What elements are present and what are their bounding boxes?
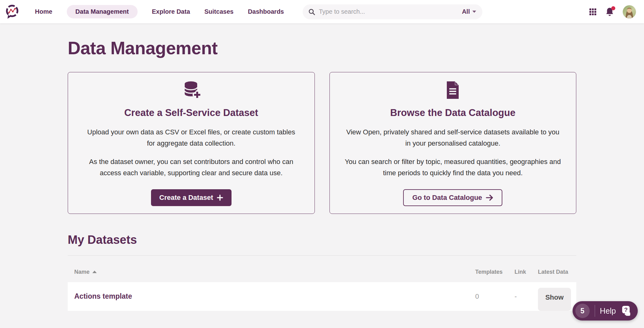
- my-datasets-heading: My Datasets: [68, 233, 576, 247]
- apps-grid-icon[interactable]: [589, 8, 597, 16]
- card-paragraph: View Open, privately shared and self-ser…: [344, 127, 562, 149]
- column-header-name[interactable]: Name: [68, 269, 475, 275]
- arrow-right-icon: [486, 195, 493, 201]
- search-scope-dropdown[interactable]: All: [462, 8, 476, 15]
- search-icon: [308, 8, 315, 15]
- main-content: Data Management Create a Self-Service Da…: [68, 38, 576, 311]
- chevron-down-icon: [472, 11, 476, 13]
- primary-nav: Home Data Management Explore Data Suitca…: [35, 5, 284, 18]
- column-header-latest-data[interactable]: Latest Data: [538, 269, 576, 275]
- nav-item-data-management[interactable]: Data Management: [67, 5, 138, 18]
- help-button[interactable]: 5 Help ?: [573, 301, 638, 321]
- dataset-name-link[interactable]: Actions template: [68, 292, 475, 301]
- global-search[interactable]: All: [303, 4, 482, 19]
- dataset-templates-count: 0: [475, 292, 515, 301]
- table-row: Actions template 0 - Show: [68, 282, 576, 311]
- search-scope-label: All: [462, 8, 470, 15]
- go-to-catalogue-button[interactable]: Go to Data Catalogue: [403, 189, 502, 206]
- column-header-link[interactable]: Link: [515, 269, 538, 275]
- help-label: Help: [600, 306, 616, 316]
- nav-item-dashboards[interactable]: Dashboards: [248, 5, 284, 18]
- datasets-table-header: Name Templates Link Latest Data: [68, 256, 576, 282]
- card-paragraph: You can search or filter by topic, measu…: [344, 156, 562, 178]
- sort-ascending-icon: [92, 271, 97, 273]
- notification-dot: [611, 6, 615, 10]
- help-question-icon: ?: [621, 305, 632, 316]
- database-plus-icon: [82, 80, 300, 100]
- nav-item-suitcases[interactable]: Suitcases: [204, 5, 233, 18]
- create-dataset-button-label: Create a Dataset: [159, 194, 213, 202]
- user-avatar[interactable]: [623, 5, 636, 18]
- card-title: Browse the Data Catalogue: [344, 107, 562, 118]
- plus-icon: [217, 195, 223, 201]
- action-cards: Create a Self-Service Dataset Upload you…: [68, 72, 576, 214]
- help-count-badge: 5: [575, 304, 590, 318]
- top-navbar: Home Data Management Explore Data Suitca…: [0, 0, 644, 23]
- column-header-name-label: Name: [74, 269, 90, 275]
- column-header-templates[interactable]: Templates: [475, 269, 515, 275]
- card-paragraph: As the dataset owner, you can set contri…: [82, 156, 300, 178]
- card-paragraph: Upload your own data as CSV or Excel fil…: [82, 127, 300, 149]
- nav-item-home[interactable]: Home: [35, 5, 52, 18]
- dataset-link-value: -: [515, 292, 538, 301]
- go-to-catalogue-button-label: Go to Data Catalogue: [412, 194, 482, 202]
- nav-item-explore-data[interactable]: Explore Data: [152, 5, 190, 18]
- card-create-dataset: Create a Self-Service Dataset Upload you…: [68, 72, 315, 214]
- page-title: Data Management: [68, 38, 576, 58]
- create-dataset-button[interactable]: Create a Dataset: [151, 189, 232, 206]
- search-input[interactable]: [319, 8, 462, 15]
- svg-text:?: ?: [624, 306, 628, 313]
- bell-icon[interactable]: [605, 7, 614, 17]
- app-logo-icon[interactable]: [4, 4, 20, 20]
- document-icon: [344, 80, 562, 100]
- card-title: Create a Self-Service Dataset: [82, 107, 300, 118]
- show-latest-data-button[interactable]: Show: [538, 288, 571, 311]
- card-browse-catalogue: Browse the Data Catalogue View Open, pri…: [329, 72, 577, 214]
- help-divider: [595, 305, 595, 317]
